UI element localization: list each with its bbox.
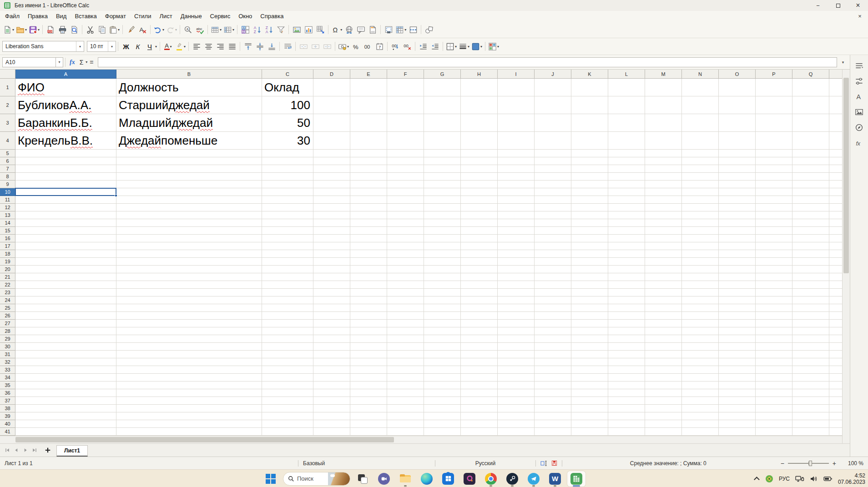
cell-K12[interactable] xyxy=(571,204,608,211)
print-button[interactable] xyxy=(56,24,68,35)
cell-G1[interactable] xyxy=(424,79,461,96)
row-header-40[interactable]: 40 xyxy=(0,420,15,428)
cell-B21[interactable] xyxy=(116,273,262,281)
cell-F26[interactable] xyxy=(387,312,424,320)
cell-C37[interactable] xyxy=(262,397,313,405)
cell-O2[interactable] xyxy=(719,96,756,114)
cell-M9[interactable] xyxy=(645,181,682,188)
cell-Q9[interactable] xyxy=(792,181,829,188)
cell-A35[interactable] xyxy=(15,382,116,389)
cell-H14[interactable] xyxy=(461,219,498,227)
cell-J16[interactable] xyxy=(535,235,571,242)
cell-O29[interactable] xyxy=(719,335,756,343)
cell-G13[interactable] xyxy=(424,211,461,219)
align-left-button[interactable] xyxy=(191,40,202,52)
column-header-D[interactable]: D xyxy=(313,70,350,79)
cell-J15[interactable] xyxy=(535,227,571,235)
cell-I20[interactable] xyxy=(498,266,535,273)
cell-N28[interactable] xyxy=(682,327,719,335)
border-style-dropdown-icon[interactable]: ▾ xyxy=(468,45,469,49)
cell-N16[interactable] xyxy=(682,235,719,242)
cell-B15[interactable] xyxy=(116,227,262,235)
cell-M18[interactable] xyxy=(645,250,682,258)
cell-G4[interactable] xyxy=(424,132,461,150)
row-header-10[interactable]: 10 xyxy=(0,188,15,196)
cell-I18[interactable] xyxy=(498,250,535,258)
cell-I21[interactable] xyxy=(498,273,535,281)
taskbar-app-steam[interactable] xyxy=(503,471,521,487)
cell-E34[interactable] xyxy=(350,374,387,382)
menu-item-view[interactable]: Вид xyxy=(52,11,71,21)
cell-D25[interactable] xyxy=(313,304,350,312)
cell-K40[interactable] xyxy=(571,420,608,428)
cell-M32[interactable] xyxy=(645,358,682,366)
row-header-34[interactable]: 34 xyxy=(0,374,15,382)
row-header-38[interactable]: 38 xyxy=(0,405,15,412)
antivirus-tray-icon[interactable] xyxy=(765,475,773,483)
cell-K20[interactable] xyxy=(571,266,608,273)
column-header-P[interactable]: P xyxy=(756,70,792,79)
cell-M24[interactable] xyxy=(645,296,682,304)
cell-G16[interactable] xyxy=(424,235,461,242)
cell-K21[interactable] xyxy=(571,273,608,281)
cell-M36[interactable] xyxy=(645,389,682,397)
cell-M4[interactable] xyxy=(645,132,682,150)
cell-P37[interactable] xyxy=(756,397,792,405)
cell-C4[interactable]: 30 xyxy=(262,132,313,150)
cell-I19[interactable] xyxy=(498,258,535,266)
function-wizard-button[interactable]: fx xyxy=(67,59,77,66)
cell-B33[interactable] xyxy=(116,366,262,374)
cell-N26[interactable] xyxy=(682,312,719,320)
cell-D21[interactable] xyxy=(313,273,350,281)
cell-Q16[interactable] xyxy=(792,235,829,242)
valign-center-button[interactable] xyxy=(254,40,266,52)
cell-L10[interactable] xyxy=(608,188,645,196)
row-header-7[interactable]: 7 xyxy=(0,165,15,173)
vertical-scrollbar-thumb[interactable] xyxy=(843,78,849,273)
cell-Q8[interactable] xyxy=(792,173,829,181)
cell-J8[interactable] xyxy=(535,173,571,181)
cell-B7[interactable] xyxy=(116,165,262,173)
cell-L36[interactable] xyxy=(608,389,645,397)
row-header-29[interactable]: 29 xyxy=(0,335,15,343)
cell-H31[interactable] xyxy=(461,351,498,358)
cell-F30[interactable] xyxy=(387,343,424,351)
cell-Q20[interactable] xyxy=(792,266,829,273)
cell-M21[interactable] xyxy=(645,273,682,281)
cell-F23[interactable] xyxy=(387,289,424,296)
cell-K41[interactable] xyxy=(571,428,608,436)
cell-C17[interactable] xyxy=(262,242,313,250)
decrease-indent-button[interactable] xyxy=(429,40,441,52)
cell-I3[interactable] xyxy=(498,114,535,132)
cell-E7[interactable] xyxy=(350,165,387,173)
cell-M11[interactable] xyxy=(645,196,682,204)
insert-columns-dropdown-icon[interactable]: ▾ xyxy=(232,28,234,32)
cell-L19[interactable] xyxy=(608,258,645,266)
cell-K37[interactable] xyxy=(571,397,608,405)
cell-F19[interactable] xyxy=(387,258,424,266)
cell-F15[interactable] xyxy=(387,227,424,235)
cell-I4[interactable] xyxy=(498,132,535,150)
cell-P25[interactable] xyxy=(756,304,792,312)
cell-J18[interactable] xyxy=(535,250,571,258)
cell-E41[interactable] xyxy=(350,428,387,436)
cell-N2[interactable] xyxy=(682,96,719,114)
cell-I31[interactable] xyxy=(498,351,535,358)
cell-B25[interactable] xyxy=(116,304,262,312)
navigator-icon[interactable] xyxy=(853,121,865,133)
cell-C31[interactable] xyxy=(262,351,313,358)
cell-J41[interactable] xyxy=(535,428,571,436)
cell-P30[interactable] xyxy=(756,343,792,351)
row-header-8[interactable]: 8 xyxy=(0,173,15,181)
cell-N39[interactable] xyxy=(682,412,719,420)
cell-H11[interactable] xyxy=(461,196,498,204)
cell-H8[interactable] xyxy=(461,173,498,181)
cell-I36[interactable] xyxy=(498,389,535,397)
cell-K35[interactable] xyxy=(571,382,608,389)
cell-N33[interactable] xyxy=(682,366,719,374)
cell-N8[interactable] xyxy=(682,173,719,181)
cell-I6[interactable] xyxy=(498,157,535,165)
cell-Q15[interactable] xyxy=(792,227,829,235)
cell-N22[interactable] xyxy=(682,281,719,289)
cell-O28[interactable] xyxy=(719,327,756,335)
